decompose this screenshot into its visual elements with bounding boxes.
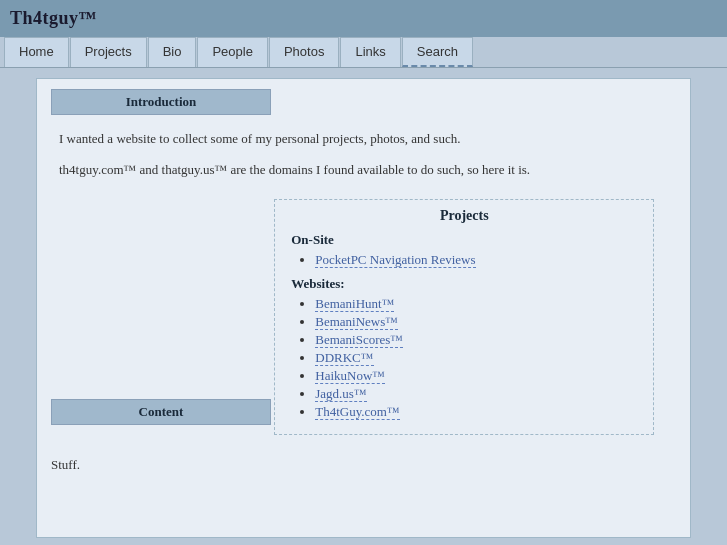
stuff-label: Stuff. xyxy=(51,457,676,473)
bemanynews-link[interactable]: BemaniNews™ xyxy=(315,314,398,330)
on-site-list: PocketPC Navigation Reviews xyxy=(291,252,637,268)
websites-list: BemaniHunt™ BemaniNews™ BemaniScores™ DD… xyxy=(291,296,637,420)
list-item: Jagd.us™ xyxy=(315,386,637,402)
projects-title: Projects xyxy=(291,208,637,224)
left-spacer xyxy=(10,78,30,538)
jagdus-link[interactable]: Jagd.us™ xyxy=(315,386,366,402)
nav-projects[interactable]: Projects xyxy=(70,37,147,67)
haikunow-link[interactable]: HaikuNow™ xyxy=(315,368,385,384)
pocketpc-link[interactable]: PocketPC Navigation Reviews xyxy=(315,252,475,268)
list-item: BemaniScores™ xyxy=(315,332,637,348)
intro-text-2: th4tguy.com™ and thatguy.us™ are the dom… xyxy=(59,160,676,181)
nav-bio[interactable]: Bio xyxy=(148,37,197,67)
nav-search[interactable]: Search xyxy=(402,37,473,67)
list-item: DDRKC™ xyxy=(315,350,637,366)
websites-label: Websites: xyxy=(291,276,637,292)
nav-people[interactable]: People xyxy=(197,37,267,67)
list-item: Th4tGuy.com™ xyxy=(315,404,637,420)
right-spacer xyxy=(697,78,717,538)
list-item: PocketPC Navigation Reviews xyxy=(315,252,637,268)
introduction-header: Introduction xyxy=(51,89,271,115)
bemanyscores-link[interactable]: BemaniScores™ xyxy=(315,332,403,348)
intro-text-1: I wanted a website to collect some of my… xyxy=(59,129,676,150)
page-title: Th4tguy™ xyxy=(0,0,727,37)
th4tguy-link[interactable]: Th4tGuy.com™ xyxy=(315,404,399,420)
projects-box: Projects On-Site PocketPC Navigation Rev… xyxy=(274,199,654,435)
content-area: Introduction I wanted a website to colle… xyxy=(36,78,691,538)
list-item: BemaniHunt™ xyxy=(315,296,637,312)
nav-bar: Home Projects Bio People Photos Links Se… xyxy=(0,37,727,68)
nav-home[interactable]: Home xyxy=(4,37,69,67)
ddrkc-link[interactable]: DDRKC™ xyxy=(315,350,373,366)
list-item: BemaniNews™ xyxy=(315,314,637,330)
content-header: Content xyxy=(51,399,271,425)
list-item: HaikuNow™ xyxy=(315,368,637,384)
bemanihunt-link[interactable]: BemaniHunt™ xyxy=(315,296,394,312)
on-site-label: On-Site xyxy=(291,232,637,248)
nav-links[interactable]: Links xyxy=(340,37,400,67)
nav-photos[interactable]: Photos xyxy=(269,37,339,67)
